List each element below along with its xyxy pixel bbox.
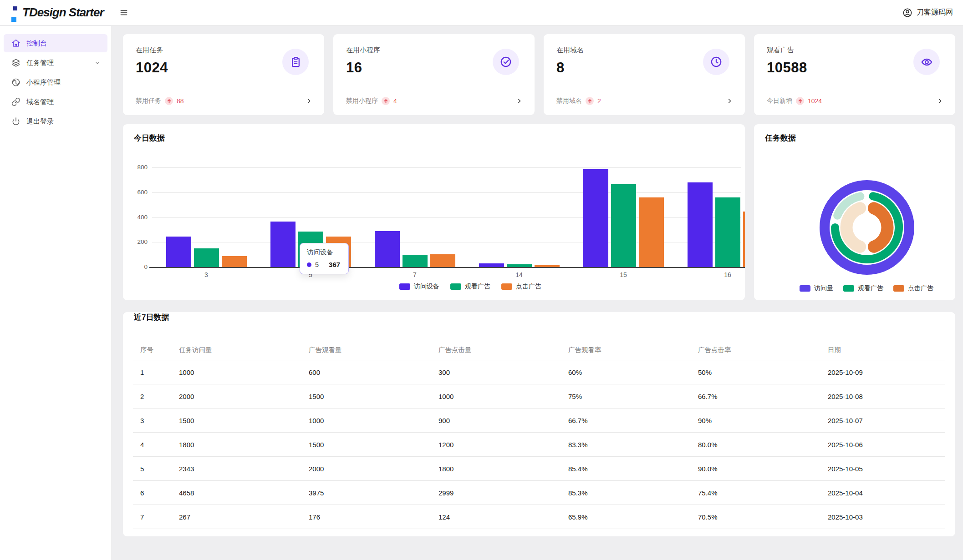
legend-item-观看广告[interactable]: 观看广告 xyxy=(843,284,883,293)
sidebar-item-miniprogram[interactable]: 小程序管理 xyxy=(4,73,107,91)
top-header: TDesign Starter 刀客源码网 xyxy=(0,0,963,25)
legend-swatch-icon xyxy=(800,285,810,292)
table-cell: 70.5% xyxy=(698,513,828,521)
legend-item-点击广告[interactable]: 点击广告 xyxy=(501,283,541,291)
bar-点击广告 xyxy=(222,256,247,267)
chevron-right-icon[interactable] xyxy=(305,97,312,105)
app-logo: TDesign Starter xyxy=(0,4,112,22)
legend-swatch-icon xyxy=(893,285,904,292)
table-header-cell: 广告观看率 xyxy=(568,346,698,354)
table-cell: 124 xyxy=(438,513,568,521)
bar-观看广告 xyxy=(403,255,428,267)
sidebar-item-label: 控制台 xyxy=(26,39,47,48)
legend-item-访问设备[interactable]: 访问设备 xyxy=(399,283,439,291)
stat-card-tasks: 在用任务 1024 禁用任务 88 xyxy=(123,34,324,115)
sidebar-item-dashboard[interactable]: 控制台 xyxy=(4,34,107,52)
user-name: 刀客源码网 xyxy=(917,8,953,17)
table-cell: 4 xyxy=(140,441,179,449)
table-cell: 1800 xyxy=(179,441,309,449)
y-axis-tick-label: 800 xyxy=(123,164,148,171)
y-axis-tick-label: 600 xyxy=(123,189,148,196)
x-axis-tick-label: 16 xyxy=(712,271,744,278)
x-axis-tick-label: 14 xyxy=(503,271,535,278)
table-cell: 3975 xyxy=(309,489,438,497)
legend-item-点击广告[interactable]: 点击广告 xyxy=(893,284,933,293)
sidebar-item-domains[interactable]: 域名管理 xyxy=(4,93,107,111)
chevron-right-icon[interactable] xyxy=(726,97,733,105)
legend-item-观看广告[interactable]: 观看广告 xyxy=(450,283,490,291)
table-cell: 1500 xyxy=(309,393,438,400)
tooltip-value: 367 xyxy=(329,261,340,268)
table-cell: 2025-10-08 xyxy=(828,393,945,400)
arrow-up-icon xyxy=(165,97,173,105)
table-row: 646583975299985.3%75.4%2025-10-04 xyxy=(133,481,945,505)
bar-观看广告 xyxy=(715,197,740,267)
table-cell: 50% xyxy=(698,368,828,376)
table-header-cell: 广告点击量 xyxy=(438,346,568,354)
table-cell: 600 xyxy=(309,368,438,376)
bar-访问设备 xyxy=(270,222,296,267)
table-cell: 300 xyxy=(438,368,568,376)
eye-icon xyxy=(913,49,940,75)
bar-访问设备 xyxy=(375,231,400,267)
legend-label: 访问设备 xyxy=(414,283,439,291)
app-title: TDesign Starter xyxy=(22,5,104,20)
legend-item-访问量[interactable]: 访问量 xyxy=(800,284,833,293)
table-cell: 7 xyxy=(140,513,179,521)
table-cell: 1 xyxy=(140,368,179,376)
table-cell: 5 xyxy=(140,465,179,473)
stat-sub-label: 今日新增 xyxy=(767,97,792,105)
charts-row: 今日数据 0200400600800357141516 访问设备 5 367 访… xyxy=(123,124,955,300)
table-cell: 2000 xyxy=(309,465,438,473)
table-header-cell: 广告点击率 xyxy=(698,346,828,354)
table-cell: 176 xyxy=(309,513,438,521)
legend-label: 观看广告 xyxy=(858,284,883,293)
sidebar-item-logout[interactable]: 退出登录 xyxy=(4,112,107,131)
legend-label: 点击广告 xyxy=(908,284,933,293)
bar-chart-plot: 0200400600800357141516 xyxy=(123,124,745,300)
stat-footer: 禁用小程序 4 xyxy=(346,97,523,105)
legend-label: 观看广告 xyxy=(465,283,490,291)
chevron-right-icon[interactable] xyxy=(936,97,943,105)
gridline xyxy=(152,167,741,168)
sidebar-item-tasks[interactable]: 任务管理 xyxy=(4,54,107,72)
hamburger-menu-icon[interactable] xyxy=(117,6,130,19)
stat-sub-label: 禁用任务 xyxy=(136,97,161,105)
table-cell: 66.7% xyxy=(698,393,828,400)
table-cell: 2025-10-09 xyxy=(828,368,945,376)
table-cell: 1200 xyxy=(438,441,568,449)
chevron-down-icon xyxy=(94,59,101,66)
table-cell: 80.0% xyxy=(698,441,828,449)
y-axis-tick-label: 0 xyxy=(123,263,148,270)
user-menu[interactable]: 刀客源码网 xyxy=(902,8,963,18)
table-cell: 6 xyxy=(140,489,179,497)
table-row: 31500100090066.7%90%2025-10-07 xyxy=(133,409,945,433)
legend-swatch-icon xyxy=(399,283,410,290)
donut-segment-点击广告 xyxy=(846,208,860,247)
stat-sub-label: 禁用域名 xyxy=(556,97,582,105)
table-title: 近7日数据 xyxy=(134,312,944,323)
table-cell: 2025-10-06 xyxy=(828,441,945,449)
bar-观看广告 xyxy=(611,184,636,267)
chevron-right-icon[interactable] xyxy=(515,97,523,105)
table-cell: 2999 xyxy=(438,489,568,497)
table-cell: 75.4% xyxy=(698,489,828,497)
tdesign-logo-icon xyxy=(11,4,18,22)
legend-label: 访问量 xyxy=(814,284,833,293)
table-cell: 2025-10-04 xyxy=(828,489,945,497)
stat-sub-label: 禁用小程序 xyxy=(346,97,378,105)
stat-sub-value: 88 xyxy=(177,97,184,105)
table-header-row: 序号任务访问量广告观看量广告点击量广告观看率广告点击率日期 xyxy=(133,340,945,360)
sidebar-item-label: 域名管理 xyxy=(26,98,54,106)
user-avatar-icon xyxy=(902,8,912,18)
stat-card-domains: 在用域名 8 禁用域名 2 xyxy=(544,34,745,115)
x-axis-tick-label: 7 xyxy=(399,271,431,278)
bar-点击广告 xyxy=(430,254,455,267)
bar-访问设备 xyxy=(166,237,191,267)
main-content: 在用任务 1024 禁用任务 88 在用小程序 16 xyxy=(123,34,955,536)
table-row: 1100060030060%50%2025-10-09 xyxy=(133,360,945,384)
gridline xyxy=(152,192,741,193)
table-cell: 1800 xyxy=(438,465,568,473)
table-cell: 60% xyxy=(568,368,698,376)
table-cell: 83.3% xyxy=(568,441,698,449)
